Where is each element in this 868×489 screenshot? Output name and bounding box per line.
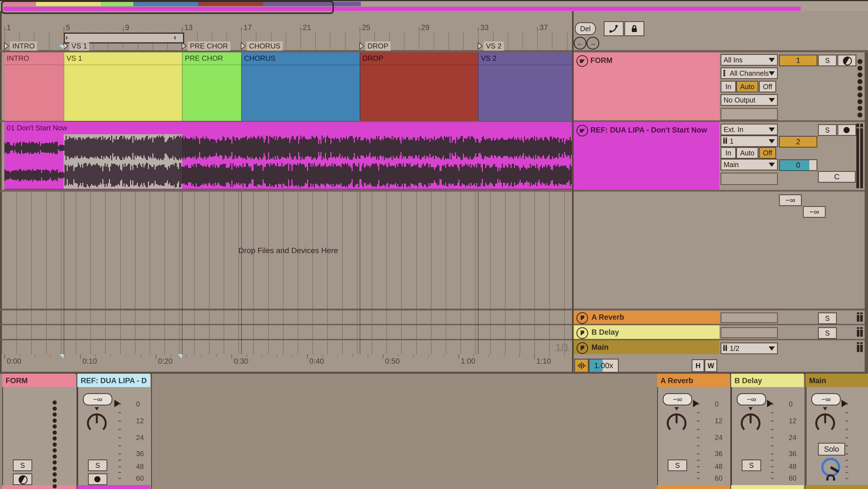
lane-main[interactable] [2,340,572,354]
button-s[interactable]: S [818,124,837,136]
dropdown-ext-in[interactable]: Ext. In [720,124,778,135]
button-s[interactable]: S [818,327,837,339]
lane-fold-button[interactable] [577,342,588,354]
row-separator [0,50,868,52]
lane-b-delay[interactable] [2,325,572,339]
locator-flag-drop[interactable]: DROP [359,42,432,50]
strip-solo-button[interactable]: Solo [818,443,845,456]
volume-display[interactable]: 0 [779,159,817,171]
lane-a-reverb[interactable] [2,311,572,324]
playback-speed-field[interactable]: 1.00x [589,359,619,373]
button-s[interactable]: S [668,459,687,471]
midi-activity-dot [858,79,862,84]
button-in[interactable]: In [720,81,736,92]
strip-record-arm-button[interactable] [88,473,107,485]
pan-display[interactable]: C [818,171,856,183]
clip-body-intro[interactable] [4,65,64,121]
button-s[interactable]: S [742,459,761,471]
width-zoom-button[interactable]: W [705,359,717,372]
height-zoom-button[interactable]: H [692,359,705,372]
track-number-display[interactable]: 2 [779,136,817,148]
strip-pan-knob[interactable] [738,407,763,435]
mixer-strip-form[interactable] [2,374,78,489]
meter-scale-tick [845,445,848,447]
back-arrow-button[interactable]: ← [574,37,586,50]
panel-right-edge [865,52,868,372]
record-arm-button[interactable] [837,124,856,136]
clip-body-chorus[interactable] [241,65,360,121]
strip-midi-arm-button[interactable] [13,473,32,485]
button-auto[interactable]: Auto [736,81,758,92]
meter-scale-tick [845,460,848,461]
locator-flag-vs-1[interactable]: VS 1 [63,42,135,50]
overview-viewport-box[interactable] [1,1,334,14]
dropdown-value: Ext. In [721,125,743,134]
button-s[interactable]: S [88,459,107,471]
io-extra-box[interactable] [720,173,778,185]
arrangement-overview[interactable] [0,1,868,11]
io-extra-box[interactable] [720,108,778,120]
clip-chorus[interactable]: CHORUS [241,52,360,65]
send-b-display[interactable]: −∞ [803,206,826,218]
audition-waveform-button[interactable] [574,359,589,373]
strip-pan-knob[interactable] [664,407,689,435]
lane-io-box[interactable] [720,312,778,323]
delete-button[interactable]: Del [575,22,596,35]
pan-knob-icon [738,407,763,435]
clip-vs-1[interactable]: VS 1 [64,52,183,65]
automation-curve-button[interactable] [604,21,624,36]
strip-cue-knob[interactable] [819,455,842,482]
button-s[interactable]: S [818,312,837,324]
button-auto[interactable]: Auto [736,147,758,159]
strip-pan-knob[interactable] [813,407,837,435]
clip-body-vs-1[interactable] [64,65,183,121]
strip-volume-field[interactable]: −∞ [811,393,841,405]
clip-body-vs-2[interactable] [478,65,572,121]
fold-arrow-icon [581,316,584,320]
lane-fold-button[interactable] [577,327,588,339]
audio-clip-waveform[interactable] [4,134,572,190]
strip-volume-field[interactable]: −∞ [737,393,766,405]
strip-pan-knob[interactable] [85,407,109,435]
track-fold-button[interactable] [577,125,588,137]
button-off[interactable]: Off [759,147,776,159]
strip-activity-dot [53,455,57,459]
clip-pre-chor[interactable]: PRE CHOR [182,52,242,65]
dropdown-main[interactable]: Main [720,159,778,170]
button-off[interactable]: Off [759,81,776,92]
strip-volume-field[interactable]: −∞ [663,393,692,405]
empty-track-area[interactable] [2,192,572,309]
lock-button[interactable] [624,21,644,36]
button-in[interactable]: In [720,147,736,159]
strip-volume-field[interactable]: −∞ [83,393,113,405]
lane-io-box[interactable] [720,327,778,338]
track-fold-button[interactable] [577,55,588,67]
locator-flag-chorus[interactable]: CHORUS [241,42,313,50]
clip-intro[interactable]: INTRO [4,52,64,65]
meter-scale-label: 48 [789,463,803,470]
send-a-display[interactable]: −∞ [779,194,802,206]
dropdown-no-output[interactable]: No Output [720,94,778,106]
dropdown-1-2[interactable]: 1/2 [720,343,778,354]
locator-flag-vs-2[interactable]: VS 2 [477,42,550,50]
clip-vs-2[interactable]: VS 2 [478,52,572,65]
dropdown-1[interactable]: 1 [720,135,778,147]
forward-arrow-button[interactable]: → [586,37,599,50]
clip-body-drop[interactable] [360,65,479,121]
audio-clip-title-bar[interactable]: 01 Don't Start Now [4,122,572,134]
dropdown-all-channels[interactable]: All Channels [720,67,778,79]
value-text: −∞ [780,195,801,205]
meter-scale-tick [697,421,700,422]
lane-fold-button[interactable] [577,312,588,324]
meter-scale-tick [118,445,121,447]
button-s[interactable]: S [13,459,32,471]
track-number-display[interactable]: 1 [779,55,817,66]
button-s[interactable]: S [818,55,837,66]
clip-body-pre-chor[interactable] [182,65,242,121]
pan-knob-icon [664,407,689,435]
midi-arm-button[interactable] [837,55,856,66]
dropdown-all-ins[interactable]: All Ins [720,54,778,66]
track-meter-bar [856,124,859,188]
clip-drop[interactable]: DROP [360,52,479,65]
time-ruler[interactable] [2,354,572,372]
